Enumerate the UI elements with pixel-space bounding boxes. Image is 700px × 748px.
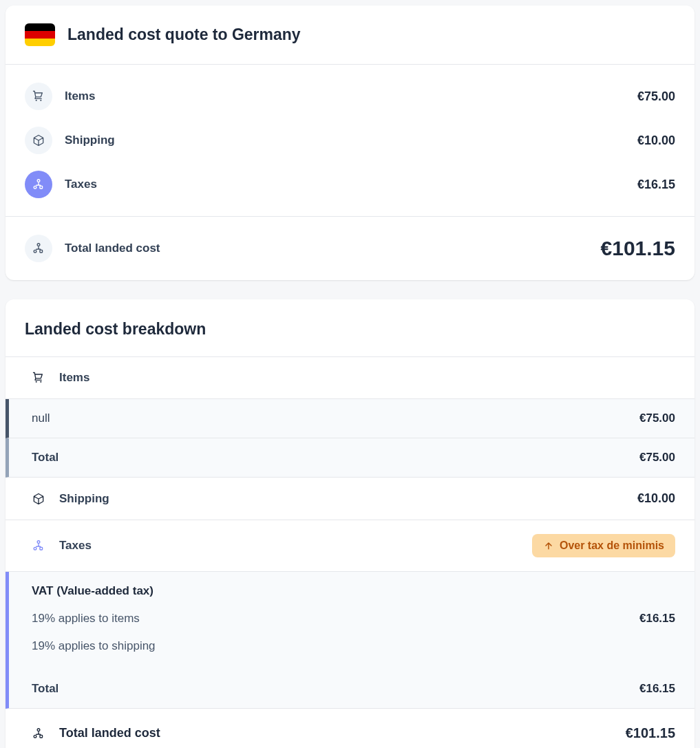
item-line-value: €75.00 bbox=[639, 412, 675, 425]
total-value: €101.15 bbox=[601, 237, 675, 260]
breakdown-section-items: Items bbox=[6, 357, 694, 399]
summary-label: Shipping bbox=[65, 133, 115, 147]
breakdown-title: Landed cost breakdown bbox=[25, 320, 675, 339]
cart-icon bbox=[25, 83, 52, 110]
summary-value: €75.00 bbox=[637, 89, 675, 104]
vat-detail-block: VAT (Value-added tax) 19% applies to ite… bbox=[6, 572, 694, 670]
nodes-icon bbox=[25, 171, 52, 198]
summary-row-taxes: Taxes €16.15 bbox=[6, 162, 694, 206]
nodes-icon bbox=[25, 235, 52, 262]
nodes-icon bbox=[32, 727, 45, 740]
vat-line-label: 19% applies to items bbox=[32, 612, 140, 626]
summary-value: €16.15 bbox=[637, 178, 675, 192]
quote-total-row: Total landed cost €101.15 bbox=[6, 216, 694, 280]
items-detail-block: null €75.00 bbox=[6, 399, 694, 438]
quote-title: Landed cost quote to Germany bbox=[67, 25, 301, 44]
vat-line: 19% applies to shipping bbox=[32, 639, 675, 653]
vat-line-value: €16.15 bbox=[639, 612, 675, 626]
over-de-minimis-badge: Over tax de minimis bbox=[532, 534, 675, 557]
vat-line: 19% applies to items €16.15 bbox=[32, 612, 675, 626]
box-icon bbox=[32, 492, 45, 506]
summary-row-shipping: Shipping €10.00 bbox=[6, 118, 694, 162]
shipping-value: €10.00 bbox=[637, 491, 675, 506]
breakdown-footer-row: Total landed cost €101.15 bbox=[6, 709, 694, 748]
footer-total-label: Total landed cost bbox=[59, 726, 160, 740]
germany-flag-icon bbox=[25, 23, 55, 46]
section-label: Shipping bbox=[59, 492, 109, 506]
breakdown-section-taxes: Taxes Over tax de minimis bbox=[6, 520, 694, 572]
total-label: Total landed cost bbox=[65, 242, 160, 255]
section-label: Taxes bbox=[59, 539, 92, 553]
cart-icon bbox=[32, 371, 45, 385]
box-icon bbox=[25, 127, 52, 154]
taxes-total-block: Total €16.15 bbox=[6, 670, 694, 709]
taxes-total-value: €16.15 bbox=[639, 682, 675, 696]
badge-text: Over tax de minimis bbox=[560, 539, 664, 552]
quote-card: Landed cost quote to Germany Items €75.0… bbox=[6, 6, 694, 280]
summary-row-items: Items €75.00 bbox=[6, 74, 694, 118]
breakdown-card: Landed cost breakdown Items null €75.00 … bbox=[6, 299, 694, 748]
taxes-total-row: Total €16.15 bbox=[9, 670, 694, 708]
item-line: null €75.00 bbox=[9, 399, 694, 438]
items-total-value: €75.00 bbox=[639, 451, 675, 464]
arrow-up-icon bbox=[543, 540, 554, 551]
vat-title: VAT (Value-added tax) bbox=[32, 584, 675, 598]
taxes-total-label: Total bbox=[32, 682, 59, 696]
items-total-row: Total €75.00 bbox=[9, 438, 694, 477]
vat-line-label: 19% applies to shipping bbox=[32, 639, 156, 653]
items-total-label: Total bbox=[32, 451, 59, 464]
summary-label: Items bbox=[65, 89, 95, 103]
breakdown-section-shipping: Shipping €10.00 bbox=[6, 478, 694, 520]
footer-total-value: €101.15 bbox=[626, 725, 675, 741]
item-line-label: null bbox=[32, 412, 50, 425]
nodes-icon bbox=[32, 539, 45, 553]
breakdown-header: Landed cost breakdown bbox=[6, 299, 694, 357]
items-total-block: Total €75.00 bbox=[6, 438, 694, 478]
quote-summary: Items €75.00 Shipping €10.00 Taxes €16.1… bbox=[6, 65, 694, 216]
summary-label: Taxes bbox=[65, 178, 97, 191]
summary-value: €10.00 bbox=[637, 133, 675, 148]
quote-header: Landed cost quote to Germany bbox=[6, 6, 694, 65]
section-label: Items bbox=[59, 371, 89, 385]
